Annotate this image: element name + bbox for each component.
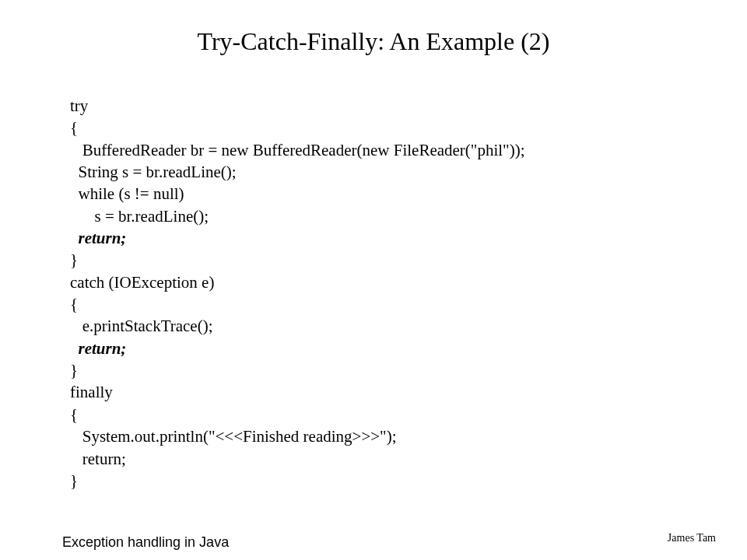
code-line: try — [70, 95, 685, 117]
code-line-return: return; — [70, 227, 685, 249]
code-line: BufferedReader br = new BufferedReader(n… — [70, 139, 685, 161]
code-line: e.printStackTrace(); — [70, 315, 685, 337]
code-line-return: return; — [70, 338, 685, 359]
code-line: while (s != null) — [70, 183, 685, 205]
slide-title: Try-Catch-Finally: An Example (2) — [62, 27, 685, 56]
code-line: { — [70, 117, 685, 138]
code-line: String s = br.readLine(); — [70, 161, 685, 183]
footer-author: James Tam — [668, 532, 716, 544]
code-line: System.out.println("<<<Finished reading>… — [70, 425, 685, 447]
code-line: return; — [70, 448, 685, 470]
code-line: } — [70, 249, 685, 271]
code-line: s = br.readLine(); — [70, 205, 685, 227]
code-line: { — [70, 404, 685, 425]
code-line: finally — [70, 381, 685, 403]
code-line: } — [70, 359, 685, 381]
code-line: catch (IOException e) — [70, 271, 685, 293]
footer-topic: Exception handling in Java — [62, 534, 229, 551]
code-line: { — [70, 293, 685, 315]
code-line: } — [70, 470, 685, 492]
code-block: try { BufferedReader br = new BufferedRe… — [70, 95, 685, 492]
slide-container: Try-Catch-Finally: An Example (2) try { … — [0, 0, 747, 560]
